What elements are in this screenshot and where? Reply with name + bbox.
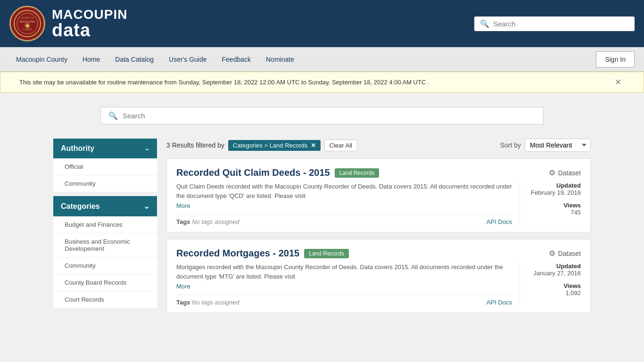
card-2-description: Mortgages recorded with the Macoupin Cou…	[176, 263, 512, 281]
sidebar-item-community[interactable]: Community	[53, 257, 157, 274]
card-1-tag: Land Records	[335, 168, 380, 178]
card-1-title-row: Recorded Quit Claim Deeds - 2015 Land Re…	[176, 167, 581, 178]
authority-chevron-icon: ⌄	[145, 145, 149, 152]
filter-badge[interactable]: Categories > Land Records ✕	[228, 140, 321, 151]
card-1-api-docs[interactable]: API Docs	[487, 218, 512, 225]
banner-message: This site may be unavailable for routine…	[19, 79, 429, 86]
dataset-icon-1: ⚙	[549, 168, 555, 177]
navbar-links: Macoupin County Home Data Catalog User's…	[9, 48, 301, 71]
card-2-title-left: Recorded Mortgages - 2015 Land Records	[176, 248, 349, 259]
card-2-type: ⚙ Dataset	[549, 249, 581, 258]
header-search-box[interactable]: 🔍	[474, 16, 635, 31]
card-1-views-block: Views 745	[525, 202, 581, 216]
card-1-views-value: 745	[525, 209, 581, 216]
card-2-more-link[interactable]: More	[176, 283, 512, 290]
results-header: 3 Results filtered by Categories > Land …	[166, 139, 591, 152]
logo-data: data	[52, 21, 127, 39]
categories-chevron-icon: ⌄	[143, 202, 149, 211]
sidebar-item-county-board[interactable]: County Board Records	[53, 274, 157, 291]
nav-users-guide[interactable]: User's Guide	[162, 48, 213, 71]
card-2-updated-value: January 27, 2016	[525, 270, 581, 277]
filter-badge-label: Categories > Land Records	[233, 142, 308, 149]
card-2-tags-label: Tags	[176, 299, 190, 306]
dataset-icon-2: ⚙	[549, 249, 555, 258]
card-1-tags-value: No tags assigned	[192, 218, 239, 225]
card-2-title[interactable]: Recorded Mortgages - 2015	[176, 248, 299, 259]
nav-macoupin-county[interactable]: Macoupin County	[9, 48, 74, 71]
categories-label: Categories	[61, 202, 100, 211]
sidebar-item-official[interactable]: Official	[53, 158, 157, 175]
header: COUNTY OF MACOUPIN ILLINOIS ⭐ MACOUPIN d…	[0, 0, 644, 47]
result-card-1: Recorded Quit Claim Deeds - 2015 Land Re…	[166, 158, 591, 232]
nav-data-catalog[interactable]: Data Catalog	[108, 48, 160, 71]
content-area: Authority ⌄ Official Community Categorie…	[53, 139, 591, 320]
nav-home[interactable]: Home	[76, 48, 107, 71]
main-content: 🔍 Authority ⌄ Official Community Categor…	[0, 93, 644, 334]
results-info: 3 Results filtered by Categories > Land …	[166, 140, 357, 151]
card-1-views-label: Views	[525, 202, 581, 209]
authority-header[interactable]: Authority ⌄	[53, 139, 157, 158]
card-2-type-label: Dataset	[558, 250, 581, 257]
card-2-updated-block: Updated January 27, 2016	[525, 263, 581, 277]
header-search-input[interactable]	[493, 20, 629, 28]
logo-text: MACOUPIN data	[52, 8, 127, 39]
card-1-footer: Tags No tags assigned API Docs	[176, 214, 512, 225]
card-1-body: Quit Claim Deeds recorded with the Macou…	[176, 182, 581, 225]
sidebar: Authority ⌄ Official Community Categorie…	[53, 139, 157, 320]
banner-close-button[interactable]: ✕	[611, 78, 625, 87]
authority-label: Authority	[61, 144, 94, 153]
sidebar-item-budget[interactable]: Budget and Finances	[53, 216, 157, 233]
sidebar-item-community[interactable]: Community	[53, 175, 157, 192]
nav-nominate[interactable]: Nominate	[259, 48, 301, 71]
card-2-body-left: Mortgages recorded with the Macoupin Cou…	[176, 263, 512, 306]
card-1-title[interactable]: Recorded Quit Claim Deeds - 2015	[176, 167, 330, 178]
authority-section: Authority ⌄ Official Community	[53, 139, 157, 192]
signin-button[interactable]: Sign In	[596, 51, 635, 67]
card-2-tags: Tags No tags assigned	[176, 299, 239, 306]
sort-select[interactable]: Most Relevant Name A-Z Name Z-A Newest O…	[525, 139, 591, 152]
logo-seal: COUNTY OF MACOUPIN ILLINOIS ⭐	[9, 6, 45, 41]
logo-macoupin: MACOUPIN	[52, 8, 127, 21]
card-2-body: Mortgages recorded with the Macoupin Cou…	[176, 263, 581, 306]
categories-header[interactable]: Categories ⌄	[53, 196, 157, 216]
logo-area: COUNTY OF MACOUPIN ILLINOIS ⭐ MACOUPIN d…	[9, 6, 127, 41]
card-1-type-label: Dataset	[558, 169, 581, 177]
navbar: Macoupin County Home Data Catalog User's…	[0, 47, 644, 72]
card-2-views-label: Views	[525, 282, 581, 289]
sidebar-item-court[interactable]: Court Records	[53, 291, 157, 308]
nav-feedback[interactable]: Feedback	[215, 48, 257, 71]
card-2-footer: Tags No tags assigned API Docs	[176, 295, 512, 306]
card-1-meta: Updated February 19, 2016 Views 745	[520, 182, 581, 225]
sort-label: Sort by	[500, 141, 521, 149]
card-2-tag: Land Records	[304, 249, 349, 258]
result-card-2: Recorded Mortgages - 2015 Land Records ⚙…	[166, 239, 591, 313]
card-1-more-link[interactable]: More	[176, 202, 512, 209]
card-2-views-value: 1,092	[525, 289, 581, 296]
maintenance-banner: This site may be unavailable for routine…	[0, 72, 644, 93]
filter-remove-icon[interactable]: ✕	[311, 142, 316, 149]
card-1-updated-block: Updated February 19, 2016	[525, 182, 581, 196]
main-search-bar[interactable]: 🔍	[100, 107, 544, 124]
card-2-title-row: Recorded Mortgages - 2015 Land Records ⚙…	[176, 248, 581, 259]
card-2-meta: Updated January 27, 2016 Views 1,092	[520, 263, 581, 306]
card-1-description: Quit Claim Deeds recorded with the Macou…	[176, 182, 512, 200]
main-search-input[interactable]	[123, 112, 536, 120]
results-count: 3 Results filtered by	[166, 141, 224, 149]
card-1-body-left: Quit Claim Deeds recorded with the Macou…	[176, 182, 512, 225]
svg-text:⭐: ⭐	[25, 24, 30, 28]
card-1-type: ⚙ Dataset	[549, 168, 581, 177]
sort-section: Sort by Most Relevant Name A-Z Name Z-A …	[500, 139, 591, 152]
card-1-title-left: Recorded Quit Claim Deeds - 2015 Land Re…	[176, 167, 379, 178]
card-1-tags-label: Tags	[176, 218, 190, 225]
card-2-updated-label: Updated	[525, 263, 581, 270]
main-search-icon: 🔍	[108, 111, 118, 120]
card-1-updated-label: Updated	[525, 182, 581, 189]
clear-all-button[interactable]: Clear All	[324, 140, 357, 151]
card-1-updated-value: February 19, 2016	[525, 189, 581, 196]
results-area: 3 Results filtered by Categories > Land …	[166, 139, 591, 320]
card-2-tags-value: No tags assigned	[192, 299, 239, 306]
card-2-views-block: Views 1,092	[525, 282, 581, 296]
card-1-tags: Tags No tags assigned	[176, 218, 239, 225]
card-2-api-docs[interactable]: API Docs	[487, 299, 512, 306]
sidebar-item-business[interactable]: Business and Economic Developement	[53, 233, 157, 257]
